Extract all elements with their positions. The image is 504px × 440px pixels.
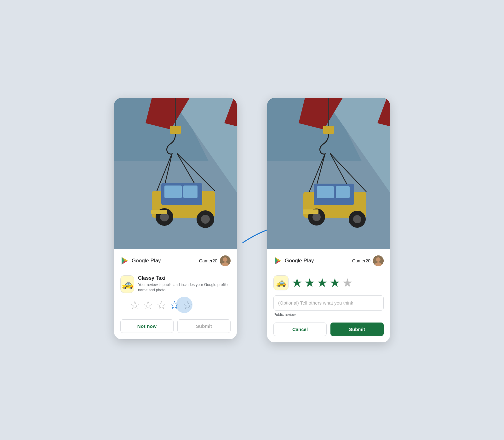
review-input[interactable] [278, 300, 379, 306]
svg-rect-34 [323, 126, 334, 134]
star-3-right[interactable]: ★ [317, 276, 328, 290]
star-5-left[interactable]: ☆ [183, 299, 193, 312]
app-icon-left: 🚕 [120, 275, 134, 293]
google-play-icon [120, 256, 129, 265]
svg-rect-6 [170, 126, 181, 134]
svg-rect-13 [164, 186, 182, 198]
svg-rect-41 [317, 186, 334, 198]
gplay-title-left: Google Play [132, 258, 161, 264]
star-2-right[interactable]: ★ [304, 276, 315, 290]
user-area-left: Gamer20 [199, 255, 231, 266]
submit-button-right[interactable]: Submit [330, 323, 384, 336]
app-subtitle-left: Your review is public and includes your … [138, 282, 231, 293]
gplay-logo-right: Google Play [273, 256, 314, 265]
app-icon-right: 🚕 [273, 275, 289, 290]
left-bottom-sheet: Google Play Gamer20 🚕 [114, 249, 237, 339]
avatar-right [373, 255, 384, 266]
svg-point-25 [223, 257, 227, 262]
gplay-header-left: Google Play Gamer20 [120, 255, 231, 270]
gplay-title-right: Google Play [285, 258, 314, 264]
svg-point-18 [201, 215, 210, 224]
submit-button-left: Submit [177, 319, 231, 333]
svg-point-53 [376, 257, 381, 262]
svg-rect-42 [336, 186, 350, 198]
app-text-left: Classy Taxi Your review is public and in… [138, 275, 231, 293]
star-2-left[interactable]: ☆ [143, 299, 153, 312]
svg-point-46 [353, 215, 361, 223]
app-screenshot-left [114, 98, 237, 249]
username-left: Gamer20 [199, 258, 217, 263]
star-5-right[interactable]: ★ [342, 276, 353, 290]
buttons-row-left: Not now Submit [120, 319, 231, 333]
app-name-left: Classy Taxi [138, 275, 231, 281]
star-3-left[interactable]: ☆ [156, 299, 166, 312]
svg-point-44 [312, 213, 321, 221]
app-stars-row-right: 🚕 ★ ★ ★ ★ ★ [273, 275, 384, 290]
star-1-right[interactable]: ★ [292, 276, 302, 290]
review-input-area[interactable] [273, 295, 384, 311]
crane-illustration-left [114, 98, 237, 249]
star-4-right[interactable]: ★ [329, 276, 340, 290]
avatar-left [220, 255, 231, 266]
crane-illustration-right [267, 98, 390, 249]
cancel-button[interactable]: Cancel [273, 323, 327, 336]
gplay-header-right: Google Play Gamer20 [273, 255, 384, 270]
gplay-logo-left: Google Play [120, 256, 161, 265]
svg-rect-14 [183, 186, 198, 198]
username-right: Gamer20 [352, 258, 370, 263]
left-phone-card: Google Play Gamer20 🚕 [114, 98, 237, 339]
main-container: Google Play Gamer20 🚕 [114, 98, 390, 342]
svg-rect-47 [303, 209, 318, 214]
star-4-left[interactable]: ☆ [169, 299, 180, 312]
not-now-button[interactable]: Not now [120, 319, 174, 333]
user-area-right: Gamer20 [352, 255, 384, 266]
buttons-row-right: Cancel Submit [273, 323, 384, 336]
google-play-icon-right [273, 256, 282, 265]
right-phone-card: Google Play Gamer20 🚕 [267, 98, 390, 342]
right-bottom-sheet: Google Play Gamer20 🚕 [267, 249, 390, 342]
app-screenshot-right [267, 98, 390, 249]
stars-row-right[interactable]: ★ ★ ★ ★ ★ [292, 276, 353, 290]
star-1-left[interactable]: ☆ [130, 299, 140, 312]
svg-rect-19 [151, 210, 167, 214]
stars-row-left[interactable]: ☆ ☆ ☆ ☆ ☆ [130, 299, 231, 312]
app-info-row-left: 🚕 Classy Taxi Your review is public and … [120, 275, 231, 293]
public-review-label: Public review [273, 312, 384, 317]
